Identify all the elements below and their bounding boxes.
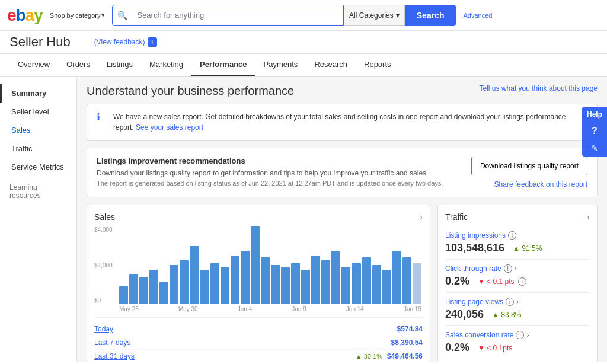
last31days-link[interactable]: Last 31 days <box>94 352 135 360</box>
bar-25[interactable] <box>372 265 381 304</box>
sidebar-item-sales[interactable]: Sales <box>0 121 76 139</box>
bar-19[interactable] <box>311 256 320 304</box>
bar-3[interactable] <box>149 270 158 304</box>
traffic-chevron-right-icon[interactable]: › <box>587 212 590 222</box>
impressions-info-icon[interactable]: i <box>508 231 516 240</box>
sidebar-item-seller-level[interactable]: Seller level <box>0 103 76 121</box>
conversion-value-row: 0.2% ▼ < 0.1pts <box>445 341 590 354</box>
search-input[interactable] <box>132 5 343 25</box>
share-feedback-link[interactable]: Share feedback on this report <box>494 180 587 189</box>
sales-chart-card: Sales › $4,000 $2,000 $0 May 25 May 30 J… <box>87 205 430 362</box>
sidebar-item-traffic[interactable]: Traffic <box>0 139 76 158</box>
bar-26[interactable] <box>382 270 391 304</box>
bar-8[interactable] <box>200 270 209 304</box>
nav-research[interactable]: Research <box>306 54 356 76</box>
impressions-value: 103,548,616 <box>445 242 504 254</box>
logo-e: e <box>7 7 16 24</box>
search-bar: 🔍 <box>112 5 344 26</box>
seller-hub-bar: Seller Hub (View feedback) f <box>0 31 607 54</box>
advanced-link[interactable]: Advanced <box>463 12 492 19</box>
ctr-info-icon[interactable]: i <box>504 264 512 273</box>
view-feedback-link[interactable]: (View feedback) f <box>94 37 157 47</box>
bar-17[interactable] <box>291 263 300 304</box>
traffic-page-views: Listing page views i › 240,056 ▲ 83.8% <box>445 293 590 326</box>
sales-report-link[interactable]: See your sales report <box>136 123 203 132</box>
nav-performance[interactable]: Performance <box>191 54 255 76</box>
bar-7[interactable] <box>190 246 199 304</box>
last31days-growth: ▲ 30.1% <box>356 353 382 360</box>
bar-27[interactable] <box>392 251 401 304</box>
page-views-info-icon[interactable]: i <box>506 298 514 306</box>
bar-5[interactable] <box>170 265 178 304</box>
sidebar-item-summary[interactable]: Summary <box>0 84 76 103</box>
bar-0[interactable] <box>119 286 128 304</box>
search-icon: 🔍 <box>113 5 132 25</box>
bar-10[interactable] <box>221 267 229 304</box>
x-label-may30: May 30 <box>178 306 198 312</box>
category-dropdown[interactable]: All Categories ▾ <box>344 5 405 26</box>
content-area: Summary Seller level Sales Traffic Servi… <box>0 77 607 362</box>
nav-payments[interactable]: Payments <box>255 54 306 76</box>
sales-chevron-right-icon[interactable]: › <box>420 212 423 222</box>
bar-22[interactable] <box>341 267 350 304</box>
y-label-4000: $4,000 <box>94 226 113 233</box>
stat-7days: Last 7 days $8,390.54 <box>94 336 423 350</box>
bar-28[interactable] <box>402 257 411 304</box>
ctr-chevron-icon[interactable]: › <box>515 264 517 273</box>
ctr-value: 0.2% <box>445 275 469 288</box>
sidebar-item-service-metrics[interactable]: Service Metrics <box>0 158 76 176</box>
bar-18[interactable] <box>301 270 310 304</box>
bar-12[interactable] <box>241 251 250 304</box>
bar-1[interactable] <box>129 274 138 304</box>
page-views-chevron-icon[interactable]: › <box>516 298 519 306</box>
bar-21[interactable] <box>331 251 340 304</box>
traffic-conversion: Sales conversion rate i › 0.2% ▼ < 0.1pt… <box>445 326 590 359</box>
help-label[interactable]: Help <box>582 107 607 122</box>
bar-29[interactable] <box>413 263 421 304</box>
today-link[interactable]: Today <box>94 325 113 333</box>
bar-15[interactable] <box>271 265 280 304</box>
x-label-jun4: Jun 4 <box>238 306 252 312</box>
seller-hub-title: Seller Hub <box>9 34 71 50</box>
stat-31days: Last 31 days ▲ 30.1% $49,464.56 <box>94 350 423 362</box>
sales-chart-header: Sales › <box>94 212 423 222</box>
conversion-chevron-icon[interactable]: › <box>526 331 529 339</box>
bar-24[interactable] <box>362 257 371 304</box>
page-views-value-row: 240,056 ▲ 83.8% <box>445 308 590 321</box>
help-question-button[interactable]: ? <box>582 122 607 140</box>
logo-b: b <box>16 7 25 24</box>
last7days-link[interactable]: Last 7 days <box>94 339 130 347</box>
bar-20[interactable] <box>321 260 330 304</box>
page-views-label[interactable]: Listing page views i › <box>445 298 590 306</box>
conversion-label[interactable]: Sales conversion rate i › <box>445 331 590 339</box>
nav-overview[interactable]: Overview <box>9 54 58 76</box>
listings-title: Listings improvement recommendations <box>97 157 471 165</box>
shop-by-category[interactable]: Shop by category ▾ <box>50 11 106 19</box>
bar-11[interactable] <box>231 256 239 304</box>
bar-9[interactable] <box>210 263 219 304</box>
ctr-change-info-icon[interactable]: i <box>518 277 526 286</box>
impressions-label[interactable]: Listing impressions i <box>445 231 590 240</box>
bar-23[interactable] <box>352 263 360 304</box>
help-edit-button[interactable]: ✎ <box>582 140 607 157</box>
bar-13[interactable] <box>251 226 260 304</box>
last31days-value: $49,464.56 <box>387 352 423 360</box>
today-value: $574.84 <box>397 325 423 333</box>
download-quality-report-button[interactable]: Download listings quality report <box>471 157 587 175</box>
bar-2[interactable] <box>139 277 148 304</box>
nav-listings[interactable]: Listings <box>98 54 141 76</box>
ctr-label[interactable]: Click-through rate i › <box>445 264 590 273</box>
bar-16[interactable] <box>281 267 290 304</box>
search-button[interactable]: Search <box>405 5 456 26</box>
logo-y: y <box>34 7 43 24</box>
bar-6[interactable] <box>180 260 189 304</box>
conversion-info-icon[interactable]: i <box>516 331 524 339</box>
bar-4[interactable] <box>159 282 168 304</box>
nav-marketing[interactable]: Marketing <box>141 54 191 76</box>
nav-reports[interactable]: Reports <box>356 54 400 76</box>
impressions-value-row: 103,548,616 ▲ 91.5% <box>445 242 590 254</box>
sales-chart-container: $4,000 $2,000 $0 May 25 May 30 Jun 4 Jun… <box>118 226 423 312</box>
nav-orders[interactable]: Orders <box>58 54 98 76</box>
tell-us-link[interactable]: Tell us what you think about this page <box>480 84 598 92</box>
bar-14[interactable] <box>261 257 270 304</box>
